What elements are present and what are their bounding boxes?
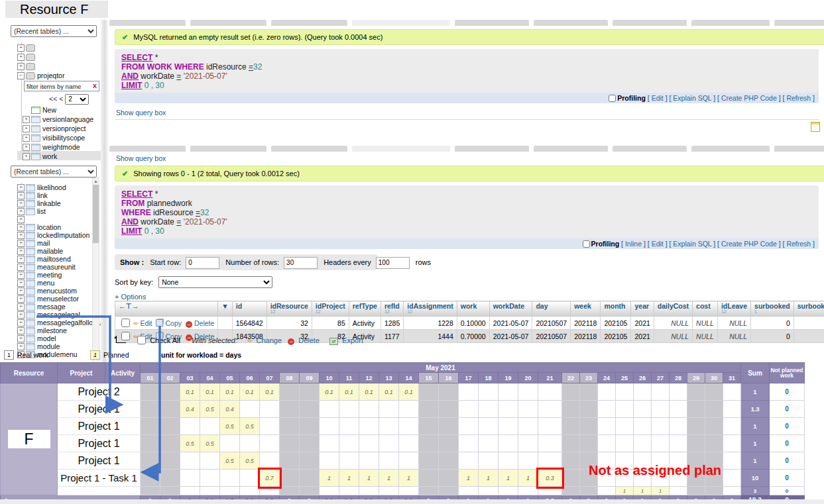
sort-key-select[interactable]: None bbox=[158, 276, 272, 288]
column-header-idAssignment[interactable]: idAssignment12 bbox=[404, 301, 457, 317]
sidebar-item-meeting[interactable]: +meeting bbox=[17, 270, 101, 278]
num-rows-input[interactable] bbox=[284, 257, 318, 269]
edit-link[interactable]: Edit bbox=[140, 319, 152, 327]
column-header-id[interactable]: id bbox=[232, 301, 266, 317]
sidebar-item-mailtosend[interactable]: +mailtosend bbox=[17, 254, 101, 262]
sidebar-item-message[interactable]: +message bbox=[17, 302, 101, 310]
expand-icon[interactable]: − bbox=[17, 72, 25, 79]
check-all-label[interactable]: Check All bbox=[150, 336, 180, 344]
tab-block[interactable] bbox=[691, 20, 770, 26]
column-header-idResource[interactable]: idResource12 bbox=[266, 301, 312, 317]
pager-page-select[interactable]: 2 bbox=[65, 94, 89, 105]
sidebar-item[interactable]: + bbox=[17, 42, 101, 52]
profiling-link-edit[interactable]: Edit bbox=[652, 94, 664, 102]
tab-block[interactable] bbox=[271, 146, 347, 152]
sidebar-item-link[interactable]: +link bbox=[17, 191, 101, 199]
column-header-cost[interactable]: cost bbox=[693, 301, 718, 317]
tab-block[interactable] bbox=[109, 20, 186, 26]
delete-action[interactable]: Delete bbox=[298, 336, 320, 344]
delete-link[interactable]: Delete bbox=[194, 319, 214, 327]
profiling-link-inline[interactable]: Inline bbox=[625, 240, 642, 248]
sidebar-item-messagelegal[interactable]: +messagelegal bbox=[17, 310, 101, 318]
sidebar-item-measureunit[interactable]: +measureunit bbox=[17, 262, 101, 270]
profiling-checkbox[interactable] bbox=[583, 240, 590, 248]
sidebar-item[interactable]: + bbox=[17, 52, 101, 61]
tab-block[interactable] bbox=[613, 20, 687, 26]
show-query-box-link-1[interactable]: Show query box bbox=[116, 109, 166, 117]
column-header-refId[interactable]: refId12 bbox=[381, 301, 403, 317]
check-all-checkbox[interactable] bbox=[137, 336, 146, 344]
profiling-link-explain-sql[interactable]: Explain SQL bbox=[673, 240, 711, 248]
profiling-link-create-php-code[interactable]: Create PHP Code bbox=[721, 240, 777, 248]
expand-icon[interactable]: + bbox=[17, 44, 25, 52]
tab-block[interactable] bbox=[190, 146, 266, 152]
scroll-up-icon[interactable]: ▲ bbox=[93, 178, 99, 184]
expand-icon[interactable]: + bbox=[23, 125, 30, 132]
tab-block[interactable] bbox=[109, 146, 186, 152]
sidebar-item-projeqtor[interactable]: −projeqtor bbox=[17, 70, 101, 79]
expand-icon[interactable]: + bbox=[23, 153, 30, 160]
recent-tables-select[interactable]: (Recent tables) ... bbox=[11, 25, 97, 37]
tab-block[interactable] bbox=[534, 146, 608, 152]
sidebar-item-list[interactable]: +list bbox=[17, 207, 101, 215]
sidebar-item-work[interactable]: +work bbox=[17, 151, 101, 160]
sidebar-item-model[interactable]: +model bbox=[17, 334, 101, 342]
expand-icon[interactable]: + bbox=[23, 144, 30, 151]
row-checkbox[interactable] bbox=[121, 319, 130, 327]
export-action[interactable]: Export bbox=[342, 336, 363, 344]
column-header-workDate[interactable]: workDate bbox=[489, 301, 532, 317]
profiling-link-refresh[interactable]: Refresh bbox=[786, 94, 811, 102]
column-header-work[interactable]: work bbox=[457, 301, 489, 317]
tab-block[interactable] bbox=[271, 20, 347, 26]
sidebar-item[interactable]: + bbox=[17, 61, 101, 70]
sidebar-item-visibilityscope[interactable]: +visibilityscope bbox=[17, 132, 101, 142]
tab-block[interactable] bbox=[190, 20, 266, 26]
profiling-link-refresh[interactable]: Refresh bbox=[786, 240, 811, 248]
tab-block[interactable] bbox=[455, 20, 529, 26]
tab-block[interactable] bbox=[774, 20, 824, 26]
sidebar-scrollbar[interactable]: ▲ bbox=[92, 177, 99, 372]
column-header-day[interactable]: day bbox=[532, 301, 571, 317]
tab-block[interactable] bbox=[613, 146, 687, 152]
sort-arrow-icon[interactable]: ▼ bbox=[218, 301, 232, 317]
column-header-idProject[interactable]: idProject12 bbox=[312, 301, 349, 317]
sidebar-item-linkable[interactable]: +linkable bbox=[17, 199, 101, 207]
sidebar-item-menu[interactable]: +menu bbox=[17, 278, 101, 286]
sidebar-item-weightmode[interactable]: +weightmode bbox=[17, 142, 101, 151]
column-header-idLeave[interactable]: idLeave12 bbox=[717, 301, 750, 317]
headers-every-input[interactable] bbox=[376, 257, 410, 269]
column-header-dailyCost[interactable]: dailyCost bbox=[654, 301, 692, 317]
filter-items-input[interactable] bbox=[25, 83, 91, 90]
sidebar-item-menucustom[interactable]: +menucustom bbox=[17, 286, 101, 294]
sidebar-item[interactable]: + bbox=[17, 215, 101, 223]
sidebar-item-mailable[interactable]: +mailable bbox=[17, 246, 101, 254]
profiling-link-edit[interactable]: Edit bbox=[652, 240, 664, 248]
expand-icon[interactable]: + bbox=[17, 54, 25, 61]
tab-block[interactable] bbox=[534, 20, 608, 26]
profiling-link-explain-sql[interactable]: Explain SQL bbox=[673, 94, 711, 102]
sidebar-item-location[interactable]: +location bbox=[17, 223, 101, 230]
options-toggle[interactable]: + Options bbox=[115, 293, 146, 301]
pager-prev-link[interactable]: << < bbox=[49, 95, 65, 103]
sidebar-item-new[interactable]: New bbox=[17, 105, 101, 114]
recent-tables-select-2[interactable]: (Recent tables) ... bbox=[11, 166, 97, 177]
copy-link[interactable]: Copy bbox=[165, 319, 182, 327]
column-header-week[interactable]: week bbox=[571, 301, 601, 317]
tab-block[interactable] bbox=[352, 146, 450, 152]
start-row-input[interactable] bbox=[186, 257, 219, 269]
column-header-surbooked[interactable]: surbooked1 bbox=[751, 301, 794, 317]
sidebar-item-milestone[interactable]: +milestone bbox=[17, 326, 101, 334]
column-header-refType[interactable]: refType bbox=[349, 301, 381, 317]
sidebar-item-messagelegalfollowup[interactable]: +messagelegalfollowup bbox=[17, 318, 101, 326]
tab-block[interactable] bbox=[455, 146, 529, 152]
profiling-link-create-php-code[interactable]: Create PHP Code bbox=[721, 94, 777, 102]
tab-block[interactable] bbox=[774, 146, 824, 152]
tab-block[interactable] bbox=[352, 20, 450, 26]
profiling-checkbox[interactable] bbox=[609, 95, 616, 102]
sidebar-item-menuselector[interactable]: +menuselector bbox=[17, 294, 101, 302]
expand-icon[interactable]: + bbox=[23, 116, 30, 123]
sidebar-item-lockedimputation[interactable]: +lockedImputation bbox=[17, 230, 101, 238]
column-header-year[interactable]: year bbox=[631, 301, 654, 317]
sidebar-item-versionproject[interactable]: +versionproject bbox=[17, 123, 101, 132]
sidebar-item-mail[interactable]: +mail bbox=[17, 238, 101, 246]
